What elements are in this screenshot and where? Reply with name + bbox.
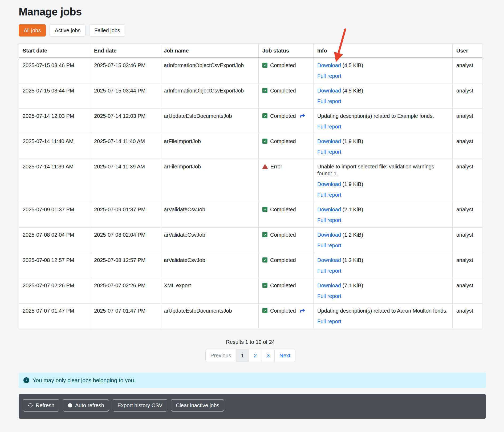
download-link[interactable]: Download [317,282,341,288]
cell-start-date: 2025-07-07 02:26 PM [19,278,90,304]
job-note: Updating description(s) related to Examp… [317,112,449,119]
file-size: (4.5 KiB) [341,62,363,68]
download-link[interactable]: Download [317,257,341,263]
column-header-start-date: Start date [19,44,90,58]
cell-job-status: Completed [259,228,314,253]
download-line: Download (1.2 KiB) [317,257,449,264]
job-row: 2025-07-08 12:57 PM2025-07-08 12:57 PMar… [19,253,482,278]
cell-end-date: 2025-07-14 11:39 AM [90,159,160,202]
full-report-link[interactable]: Full report [317,243,341,248]
cell-start-date: 2025-07-09 01:37 PM [19,202,90,228]
download-link[interactable]: Download [317,207,341,212]
download-link[interactable]: Download [317,181,341,187]
cell-start-date: 2025-07-07 01:47 PM [19,304,90,329]
cell-user: analyst [453,109,482,134]
full-report-line: Full report [317,267,449,274]
column-header-user: User [453,44,482,58]
cell-start-date: 2025-07-15 03:44 PM [19,83,90,109]
full-report-line: Full report [317,191,449,198]
full-report-link[interactable]: Full report [317,124,341,130]
cell-info: Unable to import selected file: validati… [314,159,453,202]
cell-start-date: 2025-07-15 03:46 PM [19,58,90,83]
full-report-link[interactable]: Full report [317,192,341,198]
download-link[interactable]: Download [317,88,341,94]
download-line: Download (4.5 KiB) [317,87,449,94]
cell-end-date: 2025-07-08 02:04 PM [90,228,160,253]
cell-info: Download (1.2 KiB)Full report [314,253,453,278]
full-report-line: Full report [317,217,449,224]
file-size: (1.2 KiB) [341,257,363,263]
export-history-csv-button[interactable]: Export history CSV [113,399,167,411]
cell-job-name: arUpdateEsIoDocumentsJob [160,109,259,134]
job-row: 2025-07-14 12:03 PM2025-07-14 12:03 PMar… [19,109,482,134]
pagination-page-3[interactable]: 3 [262,349,275,362]
full-report-link[interactable]: Full report [317,73,341,79]
filter-all-jobs-button[interactable]: All jobs [19,24,46,37]
auto-refresh-button[interactable]: Auto refresh [63,399,109,411]
jobs-table: Start date End date Job name Job status … [19,43,482,329]
pagination-page-2[interactable]: 2 [249,349,262,362]
check-square-icon [262,139,267,144]
full-report-link[interactable]: Full report [317,149,341,155]
cell-job-name: arFileImportJob [160,159,259,202]
cell-job-status: Completed [259,278,314,304]
filter-failed-jobs-button[interactable]: Failed jobs [89,24,125,37]
download-line: Download (1.9 KiB) [317,181,449,188]
full-report-link[interactable]: Full report [317,217,341,223]
download-link[interactable]: Download [317,62,341,68]
full-report-link[interactable]: Full report [317,293,341,299]
cell-job-name: arValidateCsvJob [160,253,259,278]
share-arrow-icon [300,308,305,313]
check-square-icon [262,207,267,212]
refresh-button[interactable]: Refresh [23,399,59,411]
cell-job-status: Completed [259,253,314,278]
manage-jobs-page: Manage jobs All jobs Active jobs Failed … [0,0,504,419]
alert-text: You may only clear jobs belonging to you… [32,377,136,384]
actions-toolbar: Refresh Auto refresh Export history CSV … [19,394,486,419]
pagination-previous[interactable]: Previous [205,349,236,362]
clear-inactive-jobs-button[interactable]: Clear inactive jobs [171,399,224,411]
job-status-label: Completed [270,206,296,213]
job-status-label: Completed [270,87,296,94]
job-row: 2025-07-07 02:26 PM2025-07-07 02:26 PMXM… [19,278,482,304]
clear-inactive-jobs-label: Clear inactive jobs [176,402,219,409]
job-status-label: Completed [270,307,296,314]
file-size: (2.1 KiB) [341,207,363,212]
check-square-icon [262,308,267,313]
full-report-line: Full report [317,123,449,130]
job-row: 2025-07-14 11:40 AM2025-07-14 11:40 AMar… [19,134,482,159]
download-link[interactable]: Download [317,232,341,238]
cell-job-status: Error [259,159,314,202]
column-header-job-status: Job status [259,44,314,58]
column-header-end-date: End date [90,44,160,58]
cell-info: Updating description(s) related to Examp… [314,109,453,134]
share-arrow-icon [300,114,305,118]
job-status-label: Completed [270,112,296,119]
file-size: (1.9 KiB) [341,181,363,187]
cell-user: analyst [453,202,482,228]
check-square-icon [262,113,267,118]
full-report-link[interactable]: Full report [317,268,341,274]
check-square-icon [262,88,267,93]
info-alert: You may only clear jobs belonging to you… [19,373,486,388]
cell-job-status: Completed [259,58,314,83]
cell-user: analyst [453,304,482,329]
full-report-link[interactable]: Full report [317,318,341,324]
job-note: Updating description(s) related to Aaron… [317,307,449,314]
cell-job-name: arFileImportJob [160,134,259,159]
export-history-csv-label: Export history CSV [117,402,162,409]
cell-end-date: 2025-07-14 11:40 AM [90,134,160,159]
pagination: Previous 1 2 3 Next [205,349,295,362]
cell-start-date: 2025-07-08 02:04 PM [19,228,90,253]
cell-info: Download (4.5 KiB)Full report [314,58,453,83]
cell-job-name: XML export [160,278,259,304]
check-square-icon [262,232,267,237]
pagination-next[interactable]: Next [274,349,295,362]
filter-active-jobs-button[interactable]: Active jobs [50,24,86,37]
pagination-page-1[interactable]: 1 [236,349,249,362]
full-report-link[interactable]: Full report [317,98,341,104]
results-summary: Results 1 to 10 of 24 [19,338,482,345]
download-link[interactable]: Download [317,138,341,144]
full-report-line: Full report [317,148,449,155]
full-report-line: Full report [317,293,449,300]
